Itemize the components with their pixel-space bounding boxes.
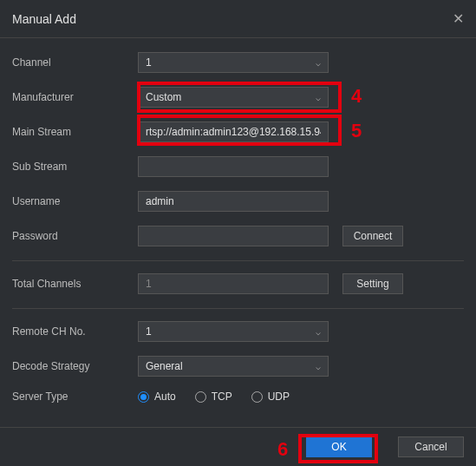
server-type-radio-group: Auto TCP UDP bbox=[138, 391, 290, 403]
radio-label-tcp: TCP bbox=[212, 391, 232, 403]
setting-button[interactable]: Setting bbox=[342, 273, 403, 294]
manufacturer-dropdown[interactable]: Custom ⌵ bbox=[138, 87, 329, 108]
username-label: Username bbox=[12, 195, 138, 207]
dialog-header: Manual Add ✕ bbox=[0, 0, 476, 38]
radio-label-udp: UDP bbox=[268, 391, 290, 403]
total-channels-input bbox=[138, 273, 329, 294]
dialog-title: Manual Add bbox=[12, 12, 76, 26]
chevron-down-icon: ⌵ bbox=[316, 327, 321, 337]
chevron-down-icon: ⌵ bbox=[316, 362, 321, 371]
server-type-label: Server Type bbox=[12, 391, 138, 403]
divider bbox=[12, 308, 464, 309]
username-input[interactable] bbox=[138, 191, 329, 212]
channel-dropdown[interactable]: 1 ⌵ bbox=[138, 52, 329, 73]
main-stream-input[interactable] bbox=[138, 121, 329, 142]
sub-stream-input[interactable] bbox=[138, 156, 329, 177]
close-icon[interactable]: ✕ bbox=[453, 10, 464, 27]
chevron-down-icon: ⌵ bbox=[316, 58, 321, 68]
channel-value: 1 bbox=[146, 56, 152, 69]
password-input[interactable] bbox=[138, 226, 329, 246]
decode-strategy-label: Decode Strategy bbox=[12, 360, 138, 372]
divider bbox=[12, 260, 464, 261]
ok-button[interactable]: OK bbox=[306, 436, 372, 457]
remote-ch-no-value: 1 bbox=[146, 325, 152, 338]
cancel-button[interactable]: Cancel bbox=[398, 436, 464, 457]
remote-ch-no-label: Remote CH No. bbox=[12, 325, 138, 338]
server-type-auto-radio[interactable]: Auto bbox=[138, 391, 176, 403]
radio-icon bbox=[195, 391, 206, 403]
chevron-down-icon: ⌵ bbox=[316, 93, 321, 102]
decode-strategy-dropdown[interactable]: General ⌵ bbox=[138, 356, 329, 377]
connect-button[interactable]: Connect bbox=[342, 226, 403, 246]
main-stream-label: Main Stream bbox=[12, 126, 138, 138]
radio-icon bbox=[251, 391, 263, 403]
manufacturer-value: Custom bbox=[146, 91, 181, 103]
manufacturer-label: Manufacturer bbox=[12, 91, 138, 103]
form-area: Channel 1 ⌵ Manufacturer Custom ⌵ Main S… bbox=[0, 38, 476, 434]
dialog-footer: OK Cancel bbox=[0, 427, 476, 466]
channel-label: Channel bbox=[12, 56, 138, 69]
remote-ch-no-dropdown[interactable]: 1 ⌵ bbox=[138, 321, 329, 342]
radio-label-auto: Auto bbox=[154, 391, 176, 403]
radio-icon bbox=[138, 391, 149, 403]
server-type-tcp-radio[interactable]: TCP bbox=[195, 391, 232, 403]
total-channels-label: Total Channels bbox=[12, 278, 138, 290]
server-type-udp-radio[interactable]: UDP bbox=[251, 391, 290, 403]
password-label: Password bbox=[12, 230, 138, 242]
sub-stream-label: Sub Stream bbox=[12, 161, 138, 173]
decode-strategy-value: General bbox=[146, 360, 183, 372]
